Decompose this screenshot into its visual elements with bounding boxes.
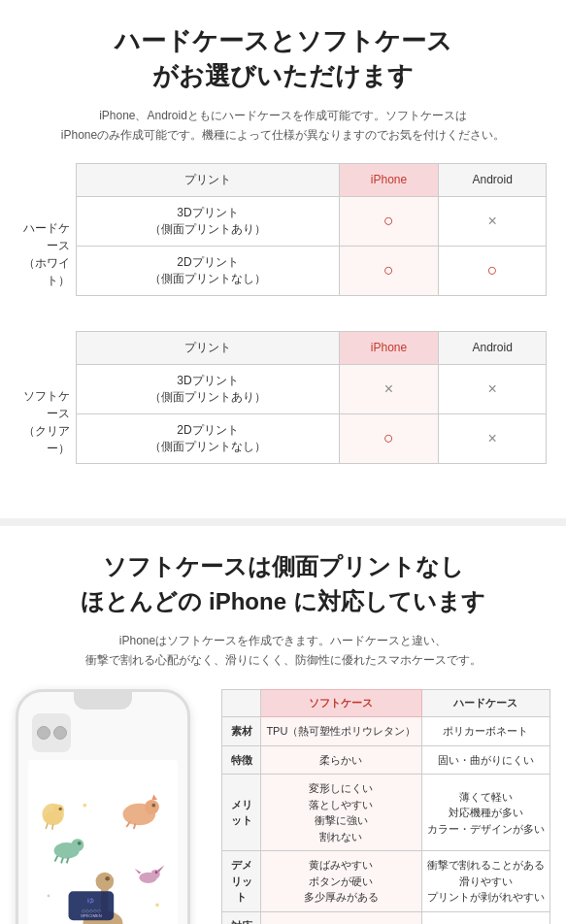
soft-material: TPU（熱可塑性ポリウレタン） [261, 717, 422, 746]
table-row: デメリット 黄ばみやすいボタンが硬い多少厚みがある 衝撃で割れることがある滑りや… [222, 851, 550, 912]
feature-label: 特徴 [222, 745, 261, 775]
bottom-comparison-area: ＊透過ではないイラストは背景色もプリント [16, 689, 550, 924]
col-print-header-2: プリント [77, 331, 340, 364]
hard-case-table-wrapper: ハードケース（ホワイト） プリント iPhone Android 3Dプリント（… [19, 163, 547, 312]
soft-compatible: iPhone [261, 911, 422, 924]
circle-mark: ○ [487, 260, 498, 280]
table-row: 2Dプリント（側面プリントなし） ○ ○ [77, 246, 547, 295]
phone-mockup: ＊透過ではないイラストは背景色もプリント [16, 689, 190, 924]
circle-mark: ○ [383, 428, 394, 447]
hard-case-table: プリント iPhone Android 3Dプリント（側面プリントあり） ○ ×… [76, 163, 547, 296]
hard-case-header: ハードケース [421, 690, 549, 717]
col-print-header: プリント [77, 163, 340, 196]
section1-description: iPhone、Androidともにハードケースを作成可能です。ソフトケースはiP… [19, 106, 547, 146]
soft-feature: 柔らかい [261, 745, 422, 775]
print-type-cell: 2Dプリント（側面プリントなし） [77, 413, 340, 463]
section2: ソフトケースは側面プリントなしほとんどの iPhone に対応しています iPh… [0, 526, 566, 924]
compare-table: ソフトケース ハードケース 素材 TPU（熱可塑性ポリウレタン） ポリカーボネー… [221, 689, 550, 924]
print-type-cell: 3Dプリント（側面プリントあり） [77, 196, 340, 246]
col-iphone-header-2: iPhone [339, 331, 439, 364]
section2-description: iPhoneはソフトケースを作成できます。ハードケースと違い、衝撃で割れる心配が… [16, 631, 550, 671]
svg-point-4 [151, 804, 155, 808]
merit-label: メリット [222, 775, 261, 851]
iphone-cell: ○ [339, 196, 439, 246]
svg-text:SPECIMEN: SPECIMEN [81, 914, 102, 919]
dino-svg: ゆ ◇◇◇◇◇ SPECIMEN [28, 760, 178, 924]
section1: ハードケースとソフトケースがお選びいただけます iPhone、Androidとも… [0, 0, 566, 518]
iphone-cell: ○ [339, 413, 439, 463]
soft-case-row-label: ソフトケース（クリアー） [19, 331, 76, 457]
table-row: 素材 TPU（熱可塑性ポリウレタン） ポリカーボネート [222, 717, 550, 746]
phone-mockup-side: ＊透過ではないイラストは背景色もプリント [16, 689, 210, 924]
svg-point-35 [48, 895, 50, 898]
svg-point-42 [53, 805, 64, 815]
android-cell: × [439, 196, 547, 246]
svg-point-32 [155, 872, 158, 874]
svg-point-15 [96, 873, 115, 891]
svg-point-2 [145, 800, 159, 814]
soft-demerit: 黄ばみやすいボタンが硬い多少厚みがある [261, 851, 422, 912]
svg-point-9 [78, 842, 82, 845]
cross-mark: × [487, 213, 496, 229]
hard-case-row-label: ハードケース（ホワイト） [19, 163, 76, 289]
main-title-2: ソフトケースは側面プリントなしほとんどの iPhone に対応しています [16, 549, 550, 619]
table-row: メリット 変形しにくい落としやすい衝撃に強い割れない 薄くて軽い対応機種が多いカ… [222, 775, 550, 851]
col-android-header-2: Android [439, 331, 547, 364]
main-title-1: ハードケースとソフトケースがお選びいただけます [19, 23, 547, 94]
iphone-cell: × [339, 364, 439, 413]
svg-text:ゆ: ゆ [87, 897, 94, 904]
hard-material: ポリカーボネート [421, 717, 549, 746]
android-cell: × [439, 364, 547, 413]
col-android-header-1: Android [439, 163, 547, 196]
android-cell: × [439, 413, 547, 463]
camera-lens [53, 726, 67, 740]
hard-compatible: iPhone/Android [421, 911, 549, 924]
table-row: 対応機種 iPhone iPhone/Android [222, 911, 550, 924]
soft-merit: 変形しにくい落としやすい衝撃に強い割れない [261, 775, 422, 851]
svg-point-16 [105, 876, 110, 881]
hard-merit: 薄くて軽い対応機種が多いカラー・デザインが多い [421, 775, 549, 851]
svg-point-34 [155, 904, 159, 908]
soft-case-table-wrapper: ソフトケース（クリアー） プリント iPhone Android 3Dプリント（… [19, 331, 547, 479]
svg-point-43 [58, 808, 61, 810]
cross-mark: × [384, 380, 393, 397]
soft-case-header: ソフトケース [261, 690, 422, 717]
svg-point-33 [83, 804, 86, 808]
print-type-cell: 3Dプリント（側面プリントあり） [77, 364, 340, 413]
empty-header [222, 690, 261, 717]
soft-case-table: プリント iPhone Android 3Dプリント（側面プリントあり） × ×… [76, 331, 547, 464]
iphone-cell: ○ [339, 246, 439, 295]
hard-feature: 固い・曲がりにくい [421, 745, 549, 775]
col-iphone-header-1: iPhone [339, 163, 439, 196]
android-cell: ○ [439, 246, 547, 295]
cross-mark: × [487, 380, 496, 397]
phone-notch [74, 692, 132, 710]
print-type-cell: 2Dプリント（側面プリントなし） [77, 246, 340, 295]
comparison-table-side: ソフトケース ハードケース 素材 TPU（熱可塑性ポリウレタン） ポリカーボネー… [221, 689, 550, 924]
dino-illustration: ＊透過ではないイラストは背景色もプリント [28, 760, 178, 924]
camera-lens [37, 726, 50, 740]
cross-mark: × [487, 430, 496, 446]
demerit-label: デメリット [222, 851, 261, 912]
svg-line-45 [52, 825, 53, 831]
circle-mark: ○ [383, 211, 394, 230]
table-row: 3Dプリント（側面プリントあり） × × [77, 364, 547, 413]
phone-screen: ＊透過ではないイラストは背景色もプリント [28, 760, 178, 924]
svg-text:◇◇◇◇◇: ◇◇◇◇◇ [82, 908, 101, 913]
section-divider [0, 518, 566, 526]
table-row: 3Dプリント（側面プリントあり） ○ × [77, 196, 547, 246]
compatible-label: 対応機種 [222, 911, 261, 924]
hard-demerit: 衝撃で割れることがある滑りやすいプリントが剥がれやすい [421, 851, 549, 912]
phone-camera [32, 713, 75, 756]
svg-point-8 [71, 840, 83, 852]
circle-mark: ○ [383, 260, 394, 280]
material-label: 素材 [222, 717, 261, 746]
table-row: 2Dプリント（側面プリントなし） ○ × [77, 413, 547, 463]
camera-bump [32, 713, 71, 752]
table-row: 特徴 柔らかい 固い・曲がりにくい [222, 745, 550, 775]
